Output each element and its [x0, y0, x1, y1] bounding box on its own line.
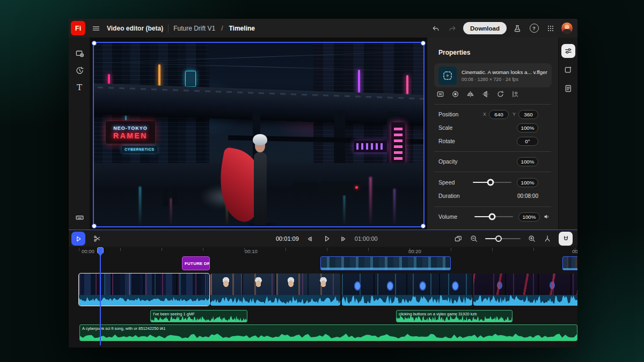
opacity-row: Opacity 100%	[438, 157, 538, 166]
breadcrumb-project[interactable]: Future Drift V1	[173, 25, 215, 32]
video-preview[interactable]: NEO-TOKYO RAMEN CYBERNETICS	[93, 42, 425, 227]
clip-card[interactable]: Cinematic. A woman looks a... v.ffgenvid…	[434, 63, 552, 87]
volume-slider-knob[interactable]	[489, 213, 496, 220]
frame-back-icon	[306, 235, 314, 243]
frame-back-button[interactable]	[305, 233, 316, 244]
magnet-icon	[562, 235, 570, 243]
hamburger-menu-button[interactable]	[90, 23, 102, 34]
fit-frame-icon[interactable]	[436, 90, 444, 98]
speed-slider[interactable]	[473, 182, 511, 183]
scene-pedestrian	[163, 188, 169, 206]
mask-icon[interactable]	[451, 90, 459, 98]
selection-handle[interactable]	[421, 224, 426, 228]
volume-input[interactable]: 100%	[518, 212, 540, 221]
neon-sign-cybernetics: CYBERNETICS	[122, 146, 157, 153]
neon-sign-pink-vertical	[391, 122, 405, 163]
download-button[interactable]: Download	[463, 22, 507, 34]
properties-tab-button[interactable]	[561, 44, 575, 58]
clip-meta: 00:08 · 1280 × 720 · 24 fps	[462, 77, 547, 82]
speed-label: Speed	[438, 179, 455, 186]
left-toolbar: T	[69, 38, 90, 230]
street-reflection	[343, 195, 345, 226]
apps-button[interactable]	[545, 23, 557, 34]
rotate-input[interactable]: 0°	[517, 137, 538, 146]
video-clip-1-selected[interactable]	[79, 274, 209, 306]
overlay-track: FUTURE DRI	[69, 256, 577, 270]
speaker-icon[interactable]	[543, 213, 551, 220]
notes-tab-button[interactable]	[561, 82, 575, 95]
selection-handle[interactable]	[421, 41, 426, 46]
neon-sign-blue	[185, 71, 196, 87]
split-tool-button[interactable]	[90, 232, 104, 246]
edit-video-tab-button[interactable]	[561, 63, 575, 77]
position-label: Position	[438, 111, 458, 117]
user-avatar[interactable]	[561, 23, 573, 34]
play-button[interactable]	[321, 233, 332, 244]
speed-input[interactable]: 100%	[517, 178, 538, 187]
sfx-clip-2[interactable]: clicking buttons on a video game 31920 k…	[396, 310, 513, 322]
video-clip-4[interactable]	[473, 274, 577, 306]
rotate-icon[interactable]	[496, 90, 504, 98]
timeline-ruler[interactable]: 00:00 00:10 00:20 00:30	[69, 247, 577, 256]
play-icon	[323, 234, 331, 243]
undo-button[interactable]	[430, 23, 442, 34]
volume-slider[interactable]	[474, 216, 513, 217]
music-clip[interactable]: A cyberpunk sci fi song, with or 8512422…	[79, 324, 577, 341]
position-x-input[interactable]: 640	[489, 110, 509, 119]
flip-horizontal-icon[interactable]	[466, 90, 474, 98]
position-y-input[interactable]: 360	[518, 110, 538, 119]
zoom-in-icon[interactable]	[528, 234, 536, 243]
panel-divider	[434, 206, 551, 207]
sliders-icon	[564, 47, 573, 55]
volume-label: Volume	[438, 213, 457, 220]
panel-divider	[434, 172, 551, 172]
zoom-out-icon[interactable]	[470, 234, 478, 243]
text-tool-button[interactable]: T	[69, 80, 90, 94]
history-button[interactable]	[69, 63, 90, 77]
help-button[interactable]: ?	[528, 23, 540, 34]
scale-input[interactable]: 100%	[517, 123, 538, 132]
sfx-clip-1[interactable]: I've been seeing 1 gMF	[150, 310, 247, 322]
add-media-button[interactable]	[69, 46, 90, 60]
music-track: A cyberpunk sci fi song, with or 8512422…	[69, 324, 577, 341]
video-clip-2[interactable]	[210, 274, 340, 306]
timeline-zoom-slider[interactable]	[485, 238, 521, 239]
selection-handle[interactable]	[92, 224, 97, 228]
overlay-video-clip[interactable]	[562, 256, 577, 270]
end-time: 01:00:00	[355, 235, 378, 242]
duration-row: Duration 00:08:00	[438, 191, 538, 201]
speed-slider-knob[interactable]	[487, 179, 494, 186]
opacity-input[interactable]: 100%	[517, 157, 538, 166]
top-bar: Fi Video editor (beta) Future Drift V1 /…	[69, 19, 577, 38]
ruler-label: 00:20	[408, 248, 421, 254]
panel-divider	[434, 104, 551, 105]
redo-button[interactable]	[447, 23, 458, 34]
overlay-video-clip[interactable]	[320, 256, 451, 270]
clip-audio-waveform	[79, 295, 209, 306]
overview-icon[interactable]	[454, 234, 463, 243]
zoom-slider-knob[interactable]	[495, 235, 502, 242]
flip-vertical-icon[interactable]	[481, 90, 489, 98]
redo-icon	[448, 24, 457, 33]
clip-audio-waveform	[473, 295, 577, 306]
current-time: 00:01:09	[276, 235, 299, 242]
frame-forward-button[interactable]	[338, 233, 349, 244]
text-clip[interactable]: FUTURE DRI	[182, 256, 210, 270]
timeline: 00:00 00:10 00:20 00:30 FUTURE DRI	[69, 247, 577, 348]
undo-icon	[431, 24, 440, 33]
align-icon[interactable]	[511, 90, 519, 98]
snap-toggle-button[interactable]	[559, 232, 573, 246]
selection-handle[interactable]	[92, 41, 97, 46]
history-clock-icon	[75, 66, 84, 75]
video-clip-3[interactable]	[342, 274, 472, 306]
select-tool-button[interactable]	[71, 232, 85, 246]
app-title: Video editor (beta)	[107, 25, 163, 32]
select-tool-icon	[75, 235, 83, 243]
playhead-line[interactable]	[100, 248, 101, 345]
split-tracks-icon[interactable]	[543, 234, 552, 243]
keyboard-shortcuts-button[interactable]	[69, 213, 90, 222]
firefly-logo[interactable]: Fi	[71, 21, 85, 35]
beta-feedback-button[interactable]	[511, 23, 523, 34]
street-reflection	[393, 189, 396, 226]
transport-controls: 00:01:09 01:00:00	[276, 230, 378, 247]
